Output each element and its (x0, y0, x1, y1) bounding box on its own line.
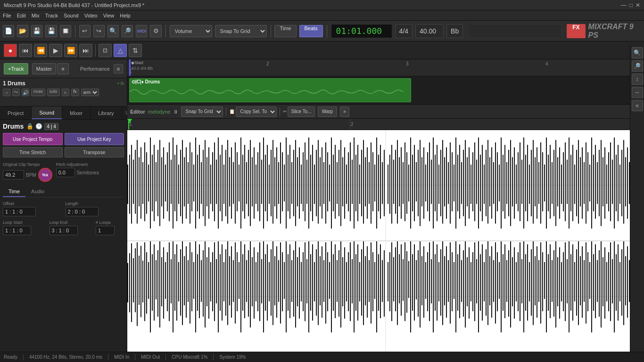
menu-view[interactable]: View (103, 13, 115, 18)
menu-track[interactable]: Track (45, 13, 58, 18)
more-button[interactable]: » (340, 107, 349, 117)
mute-button[interactable]: mute (31, 89, 45, 96)
transpose-button[interactable]: Transpose (65, 147, 124, 157)
open-file-icon[interactable]: 📂 (17, 25, 28, 37)
performance-menu-button[interactable]: ≡ (114, 64, 123, 74)
track-wave-icon[interactable]: 〜 (12, 89, 20, 96)
redo-icon[interactable]: ↪ (93, 25, 105, 37)
track-volume-icon[interactable]: 🔊 (22, 89, 29, 96)
length-input[interactable] (66, 207, 99, 216)
svg-rect-97 (303, 152, 304, 211)
goto-start-button[interactable]: ⏮ (19, 44, 32, 57)
use-project-tempo-button[interactable]: Use Project Tempo (3, 133, 63, 145)
settings-icon[interactable]: ⚙ (150, 25, 161, 37)
punch-mode-button[interactable]: △ (114, 44, 127, 57)
tab-sound[interactable]: Sound (32, 107, 62, 119)
time-button[interactable]: Time (274, 25, 296, 37)
loop-icon[interactable]: 🔲 (60, 25, 71, 37)
time-stretch-button[interactable]: Time Stretch (3, 147, 63, 157)
svg-rect-326 (218, 241, 219, 332)
svg-rect-5 (129, 155, 130, 214)
svg-rect-539 (621, 249, 622, 316)
loop-end-input[interactable] (50, 226, 78, 235)
menu-mix[interactable]: Mix (32, 13, 40, 18)
warp-button[interactable]: Warp (318, 107, 338, 117)
slice-button[interactable]: Slice To... (288, 107, 314, 117)
snap-dropdown[interactable]: Snap To Grid (215, 25, 267, 37)
svg-rect-294 (157, 250, 158, 317)
track-power-icon[interactable]: ○ (3, 89, 10, 96)
record-button[interactable]: ● (4, 44, 17, 57)
svg-rect-115 (337, 162, 338, 204)
sub-tab-audio[interactable]: Audio (25, 187, 50, 197)
tab-mixer[interactable]: Mixer (62, 107, 91, 119)
volume-dropdown[interactable]: Volume (170, 25, 212, 37)
beats-button[interactable]: Beats (299, 25, 323, 37)
master-menu-button[interactable]: ≡ (57, 63, 68, 74)
svg-rect-255 (603, 157, 603, 206)
sync-button[interactable]: ⇅ (129, 44, 142, 57)
fx-button[interactable]: FX (567, 24, 585, 38)
arm-select[interactable]: arm (81, 89, 99, 96)
use-project-key-button[interactable]: Use Project Key (65, 133, 124, 145)
goto-end-button[interactable]: ⏭ (79, 44, 92, 57)
tab-library[interactable]: Library (91, 107, 122, 119)
maximize-button[interactable]: □ (629, 2, 633, 8)
svg-rect-516 (578, 241, 579, 325)
menu-file[interactable]: File (3, 13, 11, 18)
master-button[interactable]: Master (32, 63, 57, 74)
add-fx-button[interactable]: + fx (117, 81, 124, 86)
solo-button[interactable]: solo (47, 89, 60, 96)
sub-tab-time[interactable]: Time (3, 187, 25, 197)
svg-rect-287 (144, 242, 145, 321)
undo-icon[interactable]: ↩ (79, 25, 91, 37)
search2-icon[interactable]: 🔎 (122, 25, 133, 37)
save-icon[interactable]: 💾 (31, 25, 42, 37)
menu-help[interactable]: Help (120, 13, 131, 18)
fx-track-button[interactable]: fx (71, 89, 79, 96)
menu-edit[interactable]: Edit (17, 13, 26, 18)
offset-input[interactable] (3, 207, 36, 216)
bpm-circle-button[interactable]: %x (38, 168, 52, 182)
collapse-tool[interactable]: « (632, 100, 643, 111)
svg-rect-234 (563, 152, 564, 211)
menu-video[interactable]: Video (84, 13, 98, 18)
tab-project[interactable]: Project (0, 107, 32, 119)
melodyne-label[interactable]: melodyne (148, 109, 171, 115)
search-icon[interactable]: 🔍 (107, 25, 119, 37)
loop-toggle-button[interactable]: ⊡ (99, 44, 112, 57)
new-file-icon[interactable]: 📄 (3, 25, 14, 37)
loop-start-input[interactable] (3, 226, 31, 235)
svg-rect-467 (486, 249, 487, 316)
zoom-out-tool[interactable]: 🔎 (632, 60, 643, 72)
zoom-in-tool[interactable]: 🔍 (632, 47, 643, 58)
svg-rect-149 (403, 162, 404, 204)
add-track-button[interactable]: +Track (4, 63, 28, 74)
svg-rect-79 (269, 165, 270, 204)
swap-tool[interactable]: ↕ (632, 74, 643, 85)
rewind-button[interactable]: ⏪ (34, 44, 47, 57)
track-eq-icon[interactable]: ≈ (62, 89, 69, 96)
drum-clip[interactable]: ⊙|C|♦ Drums (129, 78, 411, 102)
loop-start-label: Loop Start (3, 220, 48, 225)
play-button[interactable]: ▶ (49, 44, 62, 57)
snap-editor-dropdown[interactable]: Snap To Grid (181, 107, 223, 117)
close-button[interactable]: ✕ (636, 2, 640, 8)
midi-icon[interactable]: MIDI (136, 25, 147, 37)
loops-input[interactable] (96, 226, 115, 235)
fast-forward-button[interactable]: ⏩ (64, 44, 77, 57)
semitones-input[interactable] (56, 168, 75, 177)
minimize-button[interactable]: — (621, 2, 627, 8)
copy-dropdown[interactable]: Copy Sel. To (236, 107, 277, 117)
bpm-input[interactable] (3, 170, 24, 180)
history-icon[interactable]: 🕐 (35, 123, 42, 130)
waveform-area[interactable] (127, 130, 644, 352)
lock-icon[interactable]: 🔒 (26, 123, 33, 130)
svg-rect-22 (161, 157, 162, 206)
save-as-icon[interactable]: 💾 (45, 25, 57, 37)
menu-sound[interactable]: Sound (64, 13, 79, 18)
svg-rect-381 (322, 246, 322, 317)
key-display: Bb (446, 24, 463, 38)
flip-tool[interactable]: ↔ (632, 87, 643, 98)
svg-rect-477 (504, 244, 505, 318)
